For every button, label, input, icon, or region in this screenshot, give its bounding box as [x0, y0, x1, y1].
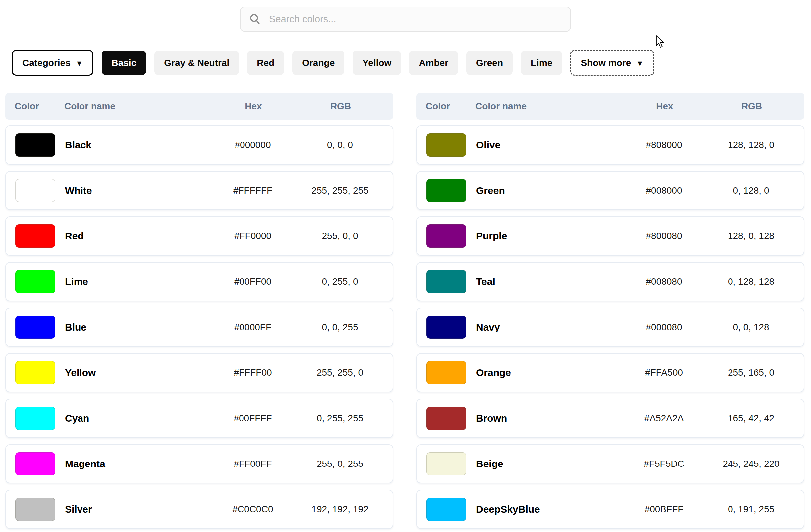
swatch-cell: [15, 407, 65, 430]
button-label: Orange: [302, 58, 335, 68]
color-row-black: Black #000000 0, 0, 0: [5, 125, 393, 165]
button-label: Amber: [419, 58, 448, 68]
color-hex-value: #FFA500: [620, 367, 708, 378]
button-label: Lime: [531, 58, 552, 68]
color-rgb-value: 0, 128, 0: [708, 185, 794, 196]
color-row-olive: Olive #808000 128, 128, 0: [416, 125, 804, 165]
swatch-cell: [427, 361, 476, 385]
swatch-cell: [427, 270, 476, 293]
swatch-cell: [427, 452, 476, 475]
color-hex-value: #FFFFFF: [209, 185, 297, 196]
color-swatch: [15, 452, 55, 475]
search-row: [0, 0, 811, 32]
color-swatch: [427, 179, 466, 202]
color-rgb-value: 0, 0, 0: [297, 140, 383, 150]
color-swatch: [427, 270, 466, 293]
color-rgb-value: 0, 0, 255: [297, 322, 383, 332]
color-name: White: [65, 185, 209, 196]
swatch-cell: [427, 315, 476, 339]
swatch-cell: [427, 498, 476, 521]
color-hex-value: #008080: [620, 276, 708, 287]
color-name: Blue: [65, 322, 209, 333]
color-hex-value: #F5F5DC: [620, 458, 708, 469]
color-hex-value: #000000: [209, 140, 297, 150]
color-hex-value: #C0C0C0: [209, 504, 297, 515]
color-swatch: [15, 315, 55, 339]
color-swatch: [427, 133, 466, 157]
column-header-rgb: RGB: [297, 101, 384, 112]
color-name: Lime: [65, 276, 209, 287]
color-rgb-value: 0, 128, 128: [708, 276, 794, 287]
color-name: Magenta: [65, 458, 209, 469]
color-rgb-value: 128, 128, 0: [708, 140, 794, 150]
color-rgb-value: 245, 245, 220: [708, 458, 794, 469]
button-label: Green: [476, 58, 503, 68]
mouse-cursor-icon: [656, 35, 664, 50]
filter-button-green[interactable]: Green: [466, 50, 512, 75]
color-name: Yellow: [65, 367, 209, 378]
swatch-cell: [427, 407, 476, 430]
column-header-color-name: Color name: [475, 101, 621, 112]
color-name: Brown: [476, 413, 620, 424]
color-row-blue: Blue #0000FF 0, 0, 255: [5, 308, 393, 347]
color-name: Green: [476, 185, 620, 196]
color-row-purple: Purple #800080 128, 0, 128: [416, 217, 804, 256]
filter-button-categories[interactable]: Categories ▼: [12, 50, 93, 76]
column-header-hex: Hex: [621, 101, 708, 112]
color-row-red: Red #FF0000 255, 0, 0: [5, 217, 393, 256]
dropdown-arrow-icon: ▼: [636, 60, 644, 67]
button-label: Categories: [22, 58, 71, 68]
color-tables: ColorColor nameHexRGB Black #000000 0, 0…: [0, 93, 811, 529]
color-row-magenta: Magenta #FF00FF 255, 0, 255: [5, 444, 393, 483]
filter-button-amber[interactable]: Amber: [409, 50, 458, 75]
color-row-navy: Navy #000080 0, 0, 128: [416, 308, 804, 347]
color-hex-value: #FF00FF: [209, 458, 297, 469]
color-name: Beige: [476, 458, 620, 469]
dropdown-arrow-icon: ▼: [76, 60, 83, 67]
color-swatch: [427, 361, 466, 385]
swatch-cell: [15, 361, 65, 385]
column-header-color: Color: [15, 101, 64, 112]
color-row-beige: Beige #F5F5DC 245, 245, 220: [416, 444, 804, 483]
filter-button-lime[interactable]: Lime: [521, 50, 562, 75]
color-row-cyan: Cyan #00FFFF 0, 255, 255: [5, 399, 393, 438]
color-row-teal: Teal #008080 0, 128, 128: [416, 262, 804, 301]
color-swatch: [427, 224, 466, 248]
color-hex-value: #00BFFF: [620, 504, 708, 515]
color-table-left: ColorColor nameHexRGB Black #000000 0, 0…: [5, 93, 393, 529]
swatch-cell: [427, 133, 476, 157]
color-name: DeepSkyBlue: [476, 504, 620, 515]
color-swatch: [15, 179, 55, 202]
search-bar[interactable]: [240, 7, 571, 32]
color-swatch: [427, 315, 466, 339]
color-rgb-value: 255, 0, 255: [297, 458, 383, 469]
table-rows: Black #000000 0, 0, 0 White #FFFFFF 255,…: [5, 125, 393, 529]
filter-button-gray-neutral[interactable]: Gray & Neutral: [154, 50, 239, 75]
color-name: Olive: [476, 139, 620, 151]
column-header-color-name: Color name: [64, 101, 210, 112]
swatch-cell: [15, 224, 65, 248]
column-header-rgb: RGB: [708, 101, 795, 112]
filter-button-red[interactable]: Red: [247, 50, 284, 75]
color-swatch: [15, 407, 55, 430]
color-hex-value: #800080: [620, 231, 708, 241]
color-swatch: [15, 133, 55, 157]
color-rgb-value: 0, 191, 255: [708, 504, 794, 515]
filter-button-yellow[interactable]: Yellow: [353, 50, 401, 75]
color-row-green: Green #008000 0, 128, 0: [416, 171, 804, 210]
search-input[interactable]: [269, 13, 562, 25]
color-hex-value: #0000FF: [209, 322, 297, 332]
filter-button-show-more[interactable]: Show more ▼: [570, 50, 654, 76]
color-rgb-value: 165, 42, 42: [708, 413, 794, 424]
table-header: ColorColor nameHexRGB: [416, 93, 804, 120]
filter-button-orange[interactable]: Orange: [292, 50, 344, 75]
table-rows: Olive #808000 128, 128, 0 Green #008000 …: [416, 125, 804, 529]
color-row-brown: Brown #A52A2A 165, 42, 42: [416, 399, 804, 438]
search-icon: [249, 13, 261, 25]
swatch-cell: [15, 133, 65, 157]
filter-button-basic[interactable]: Basic: [102, 50, 146, 75]
swatch-cell: [15, 315, 65, 339]
swatch-cell: [15, 179, 65, 202]
color-rgb-value: 128, 0, 128: [708, 231, 794, 241]
swatch-cell: [15, 270, 65, 293]
